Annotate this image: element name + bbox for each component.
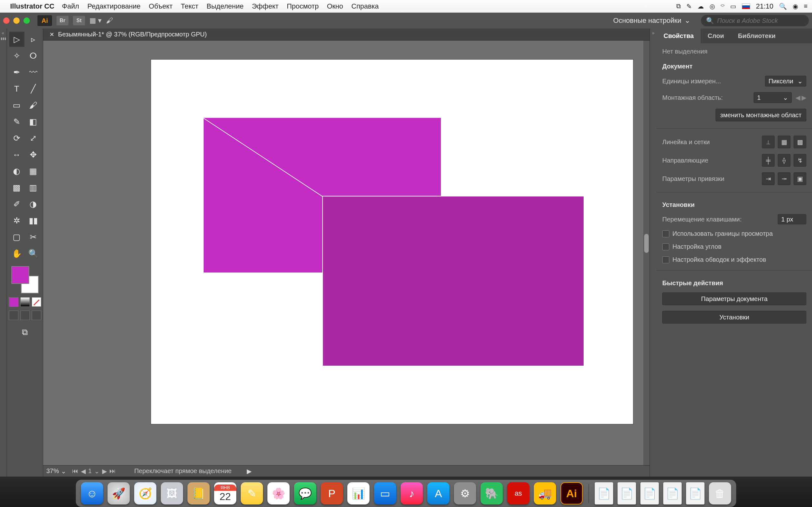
menu-type[interactable]: Текст	[181, 2, 198, 10]
guides-show-icon[interactable]: ╪	[762, 154, 774, 167]
lasso-tool[interactable]: ⵔ	[26, 48, 41, 63]
slice-tool[interactable]: ✂	[26, 229, 41, 245]
gradient-tool[interactable]: ▥	[26, 180, 41, 195]
creative-cloud-icon[interactable]: ◎	[710, 3, 715, 10]
workspace-dropdown[interactable]: Основные настройки ⌄	[613, 16, 690, 25]
vertical-scrollbar[interactable]	[643, 41, 650, 465]
menu-window[interactable]: Окно	[327, 2, 343, 10]
magic-wand-tool[interactable]: ✧	[9, 48, 24, 63]
dock-finder-icon[interactable]: ☺	[81, 482, 103, 504]
dock-illustrator-icon[interactable]: Ai	[560, 482, 583, 504]
next-page-icon[interactable]: ▶	[102, 467, 107, 475]
checkbox-preview-bounds[interactable]: Использовать границы просмотра	[662, 230, 806, 237]
dock-keynote-icon[interactable]: ▭	[374, 482, 396, 504]
first-page-icon[interactable]: ⏮	[72, 467, 78, 475]
column-graph-tool[interactable]: ▮▮	[26, 213, 41, 228]
menu-help[interactable]: Справка	[351, 2, 379, 10]
dock-numbers-icon[interactable]: 📊	[347, 482, 369, 504]
menu-file[interactable]: Файл	[62, 2, 79, 10]
search-input[interactable]	[717, 17, 804, 24]
eraser-tool[interactable]: ◧	[26, 114, 41, 129]
checkbox-scale-strokes[interactable]: Настройка обводок и эффектов	[662, 256, 806, 263]
dock-music-icon[interactable]: ♪	[401, 482, 423, 504]
dock-document-5[interactable]: 📄	[686, 482, 705, 504]
dock-safari-icon[interactable]: 🧭	[134, 482, 156, 504]
dock-document-3[interactable]: 📄	[641, 482, 659, 504]
collapsed-right-panel[interactable]: »	[650, 29, 657, 476]
tab-libraries[interactable]: Библиотеки	[731, 29, 782, 43]
scale-tool[interactable]: ⤢	[26, 130, 41, 146]
color-mode-gradient[interactable]	[20, 297, 30, 307]
document-setup-button[interactable]: Параметры документа	[662, 292, 806, 305]
dock-document-4[interactable]: 📄	[663, 482, 681, 504]
prev-artboard-icon[interactable]: ◀	[796, 94, 800, 101]
hand-tool[interactable]: ✋	[9, 246, 24, 261]
doc-tab-close-icon[interactable]: ✕	[49, 31, 54, 38]
menu-edit[interactable]: Редактирование	[87, 2, 141, 10]
transparency-grid-icon[interactable]: ▩	[794, 135, 806, 148]
color-mode-fill[interactable]	[9, 297, 18, 307]
type-tool[interactable]: T	[9, 81, 24, 96]
tab-properties[interactable]: Свойства	[657, 29, 701, 43]
dock-lastfm-icon[interactable]: as	[507, 482, 529, 504]
dock-document-2[interactable]: 📄	[618, 482, 636, 504]
dock-contacts-icon[interactable]: 📒	[188, 482, 210, 504]
rotate-tool[interactable]: ⟳	[9, 130, 24, 146]
prev-page-icon[interactable]: ◀	[81, 467, 86, 475]
edit-artboards-button[interactable]: зменить монтажные област	[716, 109, 806, 121]
menu-select[interactable]: Выделение	[206, 2, 244, 10]
perspective-grid-tool[interactable]: ▦	[26, 164, 41, 179]
screen-mode-button[interactable]: ⧉	[17, 325, 33, 340]
guides-lock-icon[interactable]: ⟠	[778, 154, 791, 167]
illustrator-home-icon[interactable]: Ai	[38, 15, 52, 26]
stock-icon[interactable]: St	[73, 16, 85, 25]
collapsed-left-panel[interactable]: «▮▮▮	[0, 29, 7, 476]
spotlight-icon[interactable]: 🔍	[779, 3, 787, 10]
shaper-tool[interactable]: ✎	[9, 114, 24, 129]
window-close-button[interactable]	[3, 17, 9, 24]
direct-selection-tool[interactable]: ▹	[26, 32, 41, 47]
color-mode-none[interactable]	[32, 297, 41, 307]
app-name[interactable]: Illustrator CC	[10, 2, 54, 10]
artboard-navigator[interactable]: ⏮ ◀ 1 ⌄ ▶ ⏭	[72, 467, 116, 475]
dock-appstore-icon[interactable]: A	[427, 482, 450, 504]
evernote-tray-icon[interactable]: ✎	[687, 3, 692, 10]
blend-tool[interactable]: ◑	[26, 196, 41, 212]
units-dropdown[interactable]: Пиксели⌄	[765, 76, 806, 87]
menu-effect[interactable]: Эффект	[252, 2, 278, 10]
snap-pixel-icon[interactable]: ▣	[794, 172, 806, 185]
rectangle-tool[interactable]: ▭	[9, 98, 24, 113]
paintbrush-tool[interactable]: 🖌	[26, 98, 41, 113]
wifi-icon[interactable]: ⌔	[721, 3, 724, 10]
dock-powerpoint-icon[interactable]: P	[321, 482, 343, 504]
dock-calendar-icon[interactable]: ЯНВ22	[214, 482, 236, 504]
dock-evernote-icon[interactable]: 🐘	[480, 482, 503, 504]
pen-tool[interactable]: ✒	[9, 65, 24, 80]
zoom-tool[interactable]: 🔍	[26, 246, 41, 261]
fill-color-swatch[interactable]	[11, 266, 29, 284]
dock-transmit-icon[interactable]: 🚚	[534, 482, 556, 504]
window-minimize-button[interactable]	[13, 17, 20, 24]
input-language-flag-icon[interactable]	[742, 3, 750, 9]
selection-tool[interactable]: ▷	[9, 32, 24, 47]
next-artboard-icon[interactable]: ▶	[802, 94, 806, 101]
draw-behind[interactable]	[20, 311, 30, 320]
key-increment-input[interactable]: 1 px	[778, 214, 806, 224]
cloud-icon[interactable]: ☁	[698, 3, 704, 10]
smart-guides-icon[interactable]: ↯	[794, 154, 806, 167]
dock-notes-icon[interactable]: ✎	[241, 482, 263, 504]
adobe-stock-search[interactable]: 🔍	[701, 15, 809, 26]
siri-icon[interactable]: ◉	[793, 3, 798, 10]
curvature-tool[interactable]: 〰	[26, 65, 41, 80]
doc-tab-title[interactable]: Безымянный-1* @ 37% (RGB/Предпросмотр GP…	[58, 31, 207, 38]
checkbox-scale-corners[interactable]: Настройка углов	[662, 243, 806, 250]
scrollbar-thumb[interactable]	[644, 234, 649, 253]
preferences-button[interactable]: Установки	[662, 311, 806, 324]
eyedropper-tool[interactable]: ✐	[9, 196, 24, 212]
last-page-icon[interactable]: ⏭	[109, 467, 116, 475]
width-tool[interactable]: ↔	[9, 147, 24, 162]
artboard-dropdown[interactable]: 1⌄	[754, 92, 792, 103]
dock-system-prefs-icon[interactable]: ⚙	[454, 482, 476, 504]
dock-messages-icon[interactable]: 💬	[294, 482, 316, 504]
dock-preview-icon[interactable]: 🖼	[161, 482, 183, 504]
